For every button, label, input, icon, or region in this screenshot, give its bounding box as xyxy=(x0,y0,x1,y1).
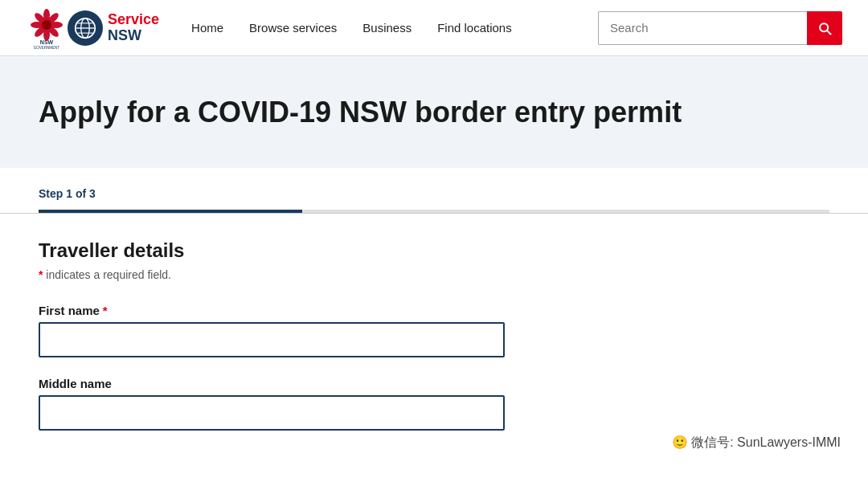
first-name-label: First name* xyxy=(39,304,524,317)
nsw-waratah-logo: NSW GOVERNMENT xyxy=(26,7,68,49)
hero-section: Apply for a COVID-19 NSW border entry pe… xyxy=(0,56,868,168)
nav-business[interactable]: Business xyxy=(362,21,411,35)
search-icon xyxy=(817,20,833,36)
service-nsw-text: Service NSW xyxy=(108,12,159,44)
search-area xyxy=(598,11,842,45)
service-nsw-logo: Service NSW xyxy=(68,10,159,46)
logo-area: NSW GOVERNMENT Service NSW xyxy=(26,7,159,49)
nav-home[interactable]: Home xyxy=(191,21,223,35)
svg-point-10 xyxy=(42,20,51,30)
globe-icon xyxy=(68,10,103,46)
first-name-input[interactable] xyxy=(39,322,505,357)
nav-locations[interactable]: Find locations xyxy=(437,21,512,35)
main-nav: Home Browse services Business Find locat… xyxy=(191,21,598,35)
svg-text:GOVERNMENT: GOVERNMENT xyxy=(34,46,60,49)
step-2 xyxy=(302,187,566,213)
required-note: * indicates a required field. xyxy=(39,268,524,281)
site-header: NSW GOVERNMENT Service NSW Home Browse s… xyxy=(0,0,868,56)
nav-browse[interactable]: Browse services xyxy=(249,21,337,35)
required-asterisk: * xyxy=(39,268,43,281)
middle-name-group: Middle name xyxy=(39,377,524,431)
form-section-title: Traveller details xyxy=(39,239,524,262)
first-name-group: First name* xyxy=(39,304,524,357)
search-input[interactable] xyxy=(598,11,807,45)
middle-name-label: Middle name xyxy=(39,377,524,390)
first-name-required-marker: * xyxy=(103,304,108,317)
form-section: Traveller details * indicates a required… xyxy=(0,214,563,476)
step-3 xyxy=(566,187,829,213)
page-title: Apply for a COVID-19 NSW border entry pe… xyxy=(39,95,829,129)
watermark: 🙂 微信号: SunLawyers-IMMI xyxy=(661,428,852,458)
steps-bar: Step 1 of 3 xyxy=(39,187,829,213)
step-1: Step 1 of 3 xyxy=(39,187,302,213)
middle-name-input[interactable] xyxy=(39,395,505,431)
svg-text:NSW: NSW xyxy=(40,39,54,45)
steps-container: Step 1 of 3 xyxy=(0,168,868,214)
search-button[interactable] xyxy=(807,11,842,45)
